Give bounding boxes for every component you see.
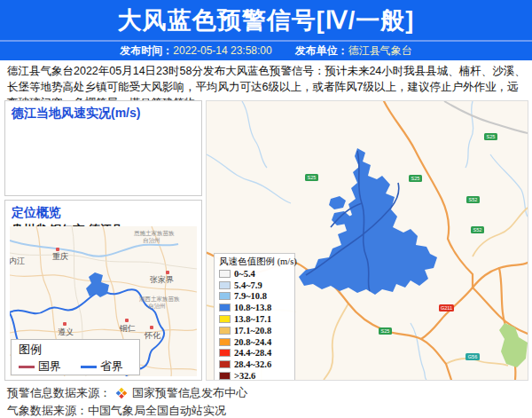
local-wind-panel-title: 德江当地风速实况(m/s): [5, 101, 201, 122]
wind-swatch: [219, 338, 231, 346]
wind-legend-row: 24.4~28.4: [219, 348, 290, 359]
wind-swatch: [219, 292, 231, 300]
wind-legend-row: 17.1~20.8: [219, 325, 290, 336]
province-border-swatch: [81, 366, 97, 368]
overview-map[interactable]: 重庆 内江 遵义 铜仁 怀化 张家界 恩施土家族苗族 自治州 湘西土家族苗族 自…: [10, 226, 197, 376]
region-label-enshi-1: 恩施土家族苗族: [134, 230, 175, 237]
city-label-huaihua: 怀化: [144, 331, 161, 340]
main-wind-map[interactable]: S25 S25 S25 S52 S52 S25 G211 G56 风速色值图例 …: [206, 100, 528, 381]
national-border-label: 国界: [38, 359, 61, 375]
forest-area: [499, 323, 528, 367]
publish-unit-label: 发布单位：: [295, 44, 348, 57]
wind-legend-row: 28.4~32.6: [219, 359, 290, 370]
page-title: 大风蓝色预警信号[Ⅳ/一般]: [0, 0, 532, 40]
province-border-label: 省界: [100, 359, 123, 375]
wind-swatch: [219, 281, 231, 289]
footer-line-2: 气象数据来源：中国气象局全国自动站实况: [7, 402, 247, 418]
wind-swatch: [219, 315, 231, 323]
region-label-xiangxi-1: 湘西土家族苗族: [139, 296, 180, 303]
region-label-enshi-2: 自治州: [143, 237, 160, 244]
legend-item-national-border: 国界: [19, 359, 61, 375]
publish-time-value: 2022-05-14 23:58:00: [173, 44, 271, 57]
wind-swatch: [219, 327, 231, 335]
city-label-neijiang: 内江: [10, 256, 25, 265]
svg-text:G211: G211: [441, 305, 452, 311]
wind-speed-legend-title: 风速色值图例 (m/s): [219, 256, 290, 268]
warning-source-label: 预警信息数据来源：: [7, 384, 111, 402]
region-label-xiangxi-2: 自治州: [148, 303, 166, 310]
svg-text:S25: S25: [308, 175, 317, 180]
gray-road: [444, 101, 528, 133]
wind-swatch: [219, 360, 231, 368]
wind-legend-row: 7.9~10.8: [219, 291, 290, 303]
svg-text:G56: G56: [468, 354, 477, 359]
wind-swatch: [219, 304, 231, 312]
publish-info-bar: 发布时间：2022-05-14 23:58:00发布单位：德江县气象台: [0, 42, 532, 60]
city-label-tongren: 铜仁: [119, 324, 136, 333]
svg-text:S25: S25: [411, 176, 420, 181]
footer: 预警信息数据来源： 国家预警信息发布中心 气象数据来源：中国气象局全国自动站实况: [7, 384, 247, 418]
wind-legend-row: 5.4~7.9: [219, 280, 290, 291]
footer-line-1: 预警信息数据来源： 国家预警信息发布中心: [7, 384, 247, 402]
location-overview-title: 定位概览: [5, 201, 201, 221]
publish-unit-value: 德江县气象台: [348, 44, 412, 57]
svg-text:S25: S25: [381, 328, 390, 334]
wind-swatch: [219, 349, 231, 357]
wind-warning-region-blob1: [329, 196, 346, 209]
warning-page: 大风蓝色预警信号[Ⅳ/一般] 发布时间：2022-05-14 23:58:00发…: [0, 0, 532, 418]
city-label-zunyi: 遵义: [58, 327, 74, 336]
cma-diamond-logo-icon: [115, 387, 128, 399]
border-legend: 图例 国界 省界: [11, 339, 140, 375]
border-legend-title: 图例: [19, 342, 132, 358]
wind-legend-row: >32.6: [219, 370, 290, 381]
header: 大风蓝色预警信号[Ⅳ/一般] 发布时间：2022-05-14 23:58:00发…: [0, 0, 532, 60]
wind-speed-legend: 风速色值图例 (m/s) 0~5.4 5.4~7.9 7.9~10.8 10.8…: [214, 253, 295, 381]
local-wind-panel: 德江当地风速实况(m/s): [4, 100, 202, 196]
legend-item-province-border: 省界: [81, 359, 123, 375]
location-overview-panel: 定位概览 贵州省-铜仁市-德江县: [4, 200, 202, 381]
wind-legend-row: 0~5.4: [219, 268, 290, 280]
wind-legend-row: 10.8~13.8: [219, 302, 290, 313]
national-border-swatch: [19, 366, 35, 368]
publish-time-label: 发布时间：: [120, 44, 173, 57]
weather-source-text: 气象数据来源：中国气象局全国自动站实况: [7, 402, 226, 418]
svg-text:S25: S25: [487, 134, 496, 139]
dejiang-county-shape: [86, 272, 109, 297]
svg-text:S52: S52: [473, 227, 482, 233]
city-label-chongqing: 重庆: [52, 252, 68, 261]
city-label-zhangjiajie: 张家界: [150, 275, 174, 284]
wind-legend-row: 20.8~24.4: [219, 336, 290, 348]
warning-source-value: 国家预警信息发布中心: [132, 384, 247, 402]
wind-swatch: [219, 372, 231, 380]
wind-swatch: [219, 270, 231, 278]
wind-legend-row: 13.8~17.1: [219, 313, 290, 325]
svg-text:S52: S52: [469, 197, 478, 202]
